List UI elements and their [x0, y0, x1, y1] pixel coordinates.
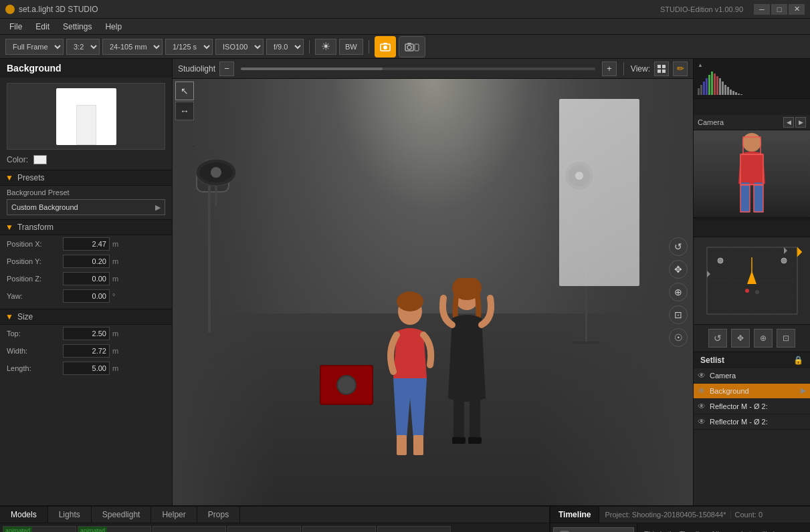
- tab-lights[interactable]: Lights: [48, 507, 92, 523]
- animated-badge: animated: [3, 527, 32, 532]
- append-set-btn[interactable]: Append .set file: [553, 527, 634, 532]
- setlist-item-reflector2[interactable]: 👁 Reflector M - Ø 2:: [694, 414, 810, 430]
- svg-text:▲: ▲: [698, 62, 703, 68]
- select-tool-btn[interactable]: ↖: [175, 82, 194, 100]
- window-controls: ─ □ ✕: [754, 4, 805, 15]
- minimize-button[interactable]: ─: [754, 4, 770, 15]
- svg-rect-37: [716, 76, 718, 95]
- presets-section[interactable]: ▼ Presets: [0, 170, 172, 186]
- pos-z-unit: m: [112, 275, 122, 283]
- menu-file[interactable]: File: [3, 21, 29, 33]
- setlist-item-background[interactable]: 👁 Background ▶: [694, 384, 810, 399]
- svg-rect-33: [706, 78, 708, 95]
- preview-image: [56, 88, 116, 145]
- setlist-item-camera[interactable]: 👁 Camera: [694, 368, 810, 384]
- cam-left-btn[interactable]: ◀: [783, 117, 794, 128]
- iso-select[interactable]: ISO100: [215, 39, 264, 55]
- tab-speedlight[interactable]: Speedlight: [92, 507, 152, 523]
- menu-settings[interactable]: Settings: [56, 21, 98, 33]
- tool-overlay: ↖ ↔: [175, 82, 194, 120]
- model-card-basic-female[interactable]: animated Basic Female: [3, 526, 76, 532]
- orbit-btn[interactable]: ↺: [669, 237, 688, 256]
- camera-preview-panel: Camera ◀ ▶: [694, 99, 810, 237]
- cam-right-btn[interactable]: ▶: [795, 117, 806, 128]
- menu-help[interactable]: Help: [98, 21, 128, 33]
- size-section[interactable]: ▼ Size: [0, 309, 172, 325]
- center-area: Studiolight − + View: ✏: [173, 59, 693, 505]
- setlist-lock-icon[interactable]: 🔒: [793, 356, 803, 365]
- snapshot-button[interactable]: [375, 36, 396, 57]
- ratio-select[interactable]: 3:2: [66, 39, 100, 55]
- width-label: Width:: [7, 347, 60, 355]
- shutter-select[interactable]: 1/125 s: [165, 39, 213, 55]
- measure-tool-btn[interactable]: ↔: [175, 102, 194, 120]
- model-card-nicole[interactable]: Nicole: [153, 526, 226, 532]
- width-input[interactable]: [63, 344, 110, 358]
- wb-button[interactable]: ☀: [315, 39, 336, 55]
- lens-select[interactable]: 24-105 mm: [102, 39, 163, 55]
- bg-preset-select[interactable]: Custom Background ▶: [7, 199, 165, 215]
- color-swatch[interactable]: [33, 155, 47, 164]
- camera-preview-label: Camera: [698, 118, 724, 126]
- tab-helper[interactable]: Helper: [151, 507, 197, 523]
- zoom-btn[interactable]: ⊕: [669, 283, 688, 301]
- yaw-unit: °: [112, 292, 122, 300]
- model-card-penelope[interactable]: Penel...: [377, 526, 451, 532]
- svg-rect-39: [722, 82, 724, 95]
- light-minus-btn[interactable]: −: [219, 61, 234, 76]
- maximize-button[interactable]: □: [771, 4, 787, 15]
- svg-rect-34: [708, 75, 710, 95]
- top-unit: m: [112, 329, 122, 338]
- svg-rect-43: [732, 91, 734, 95]
- grid-view-btn[interactable]: [654, 61, 669, 76]
- pan-btn[interactable]: ✥: [669, 260, 688, 279]
- top-input[interactable]: [63, 327, 110, 340]
- light-plus-btn[interactable]: +: [602, 61, 617, 76]
- setlist-item-reflector1[interactable]: 👁 Reflector M - Ø 2:: [694, 399, 810, 414]
- aperture-select[interactable]: f/9.0: [266, 39, 304, 55]
- bg-preset-label: Background Preset: [0, 186, 172, 198]
- viewport[interactable]: ↖ ↔ ↺ ✥ ⊕ ⊡ ☉: [173, 79, 693, 505]
- model-card-basic-male[interactable]: animated Basic Male: [78, 526, 151, 532]
- fit-btn[interactable]: ⊡: [669, 305, 688, 324]
- pos-x-input[interactable]: [63, 237, 110, 251]
- transform-section[interactable]: ▼ Transform: [0, 219, 172, 235]
- pos-z-input[interactable]: [63, 272, 110, 285]
- camera-box: [320, 365, 373, 405]
- camera-select[interactable]: Full Frame: [5, 39, 64, 55]
- nav-controls-overlay: ↺ ✥ ⊕ ⊡ ☉: [669, 237, 688, 347]
- setlist-items: 👁 Camera 👁 Background ▶ 👁 Reflector M - …: [694, 368, 810, 506]
- models-grid: animated Basic Female animated: [0, 523, 549, 532]
- menu-edit[interactable]: Edit: [29, 21, 56, 33]
- nav-zoom-btn[interactable]: ⊕: [754, 329, 773, 348]
- model-card-honey[interactable]: Honey: [302, 526, 376, 532]
- length-input[interactable]: [63, 362, 110, 375]
- model-card-laura[interactable]: Laura: [227, 526, 301, 532]
- pos-y-input[interactable]: [63, 255, 110, 268]
- yaw-input[interactable]: [63, 289, 110, 303]
- svg-rect-26: [470, 397, 480, 440]
- render-burst-button[interactable]: [399, 36, 425, 57]
- separator3: [623, 62, 624, 76]
- length-row: Length: m: [0, 360, 172, 377]
- nav-pan-btn[interactable]: ✥: [731, 329, 750, 348]
- extra-btn[interactable]: ☉: [669, 328, 688, 347]
- tab-models[interactable]: Models: [0, 507, 48, 523]
- nav-fit-btn[interactable]: ⊡: [777, 329, 795, 348]
- preset-value: Custom Background: [11, 203, 78, 211]
- tab-props[interactable]: Props: [197, 507, 240, 523]
- bw-button[interactable]: BW: [339, 39, 363, 55]
- svg-rect-32: [703, 82, 705, 95]
- nav-orbit-btn[interactable]: ↺: [708, 329, 727, 348]
- background-preview: [7, 83, 165, 150]
- timeline-header-area: Timeline Project: Shooting-20180405-1508…: [550, 507, 810, 523]
- ref1-item-label: Reflector M - Ø 2:: [710, 402, 768, 410]
- perspective-btn[interactable]: ✏: [673, 61, 688, 76]
- eye-bg-icon: 👁: [698, 386, 706, 396]
- light-label: Studiolight: [178, 64, 215, 74]
- svg-rect-51: [754, 182, 763, 213]
- close-button[interactable]: ✕: [789, 4, 805, 15]
- project-name: Project: Shooting-20180405-150844*: [605, 511, 726, 519]
- timeline-tab[interactable]: Timeline: [550, 507, 599, 523]
- nav-buttons: ↺ ✥ ⊕ ⊡: [694, 324, 810, 352]
